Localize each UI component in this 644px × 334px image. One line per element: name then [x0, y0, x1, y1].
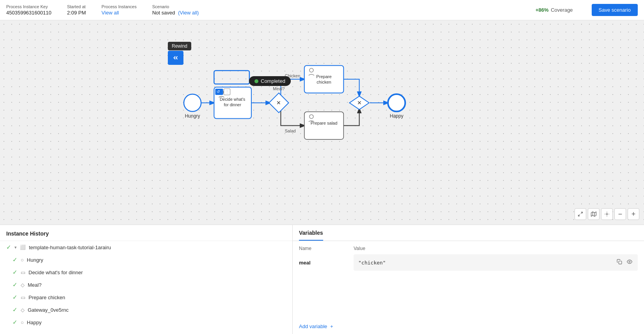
process-icon: ⬜: [20, 245, 26, 250]
scenario-value: Not saved: [152, 10, 175, 16]
process-instances-section: Process Instances View all: [101, 4, 137, 16]
svg-line-30: [581, 212, 582, 214]
zoom-out-button[interactable]: −: [614, 208, 626, 220]
center-button[interactable]: [601, 208, 613, 220]
svg-marker-32: [591, 212, 596, 216]
list-item[interactable]: ✓ ◇ Meal?: [0, 279, 292, 291]
diagram-area: Rewind Completed Chicken Salad: [0, 20, 644, 225]
instance-history-panel: Instance History ✓ ▾ ⬜ template-human-ta…: [0, 225, 293, 334]
list-item[interactable]: ✓ ▭ Prepare chicken: [0, 291, 292, 304]
variable-row: meal "chicken": [299, 254, 638, 271]
svg-point-35: [606, 213, 608, 215]
svg-rect-5: [214, 71, 249, 84]
svg-text:✕: ✕: [276, 100, 281, 106]
svg-text:Salad: Salad: [285, 129, 295, 133]
coverage-badge: +86% Coverage: [535, 7, 573, 13]
variables-content: Name Value meal "chicken": [293, 241, 644, 319]
svg-text:Meal?: Meal?: [273, 86, 285, 91]
variable-name: meal: [299, 258, 354, 267]
process-key-section: Process Instance Key 4503599631600110: [6, 4, 52, 16]
svg-text:✕: ✕: [357, 100, 362, 106]
svg-text:Decide what's: Decide what's: [220, 97, 245, 102]
expand-icon: ▾: [14, 245, 17, 250]
check-icon: ✓: [12, 281, 18, 288]
item-label: Gateway_0ve5rnc: [28, 307, 69, 313]
svg-text:Prepare: Prepare: [316, 74, 331, 79]
svg-text:chicken: chicken: [317, 80, 331, 84]
completed-dot: [254, 79, 258, 83]
variables-tabs: Variables: [293, 225, 644, 241]
bottom-panel: Instance History ✓ ▾ ⬜ template-human-ta…: [0, 225, 644, 334]
check-icon: ✓: [12, 294, 18, 301]
check-icon: ✓: [12, 306, 18, 313]
save-scenario-button[interactable]: Save scenario: [592, 4, 638, 16]
variable-value-actions: [616, 258, 633, 267]
zoom-in-button[interactable]: +: [628, 208, 639, 220]
variable-value-text: "chicken": [358, 260, 386, 266]
map-button[interactable]: [588, 208, 600, 220]
scenario-section: Scenario Not saved (View all): [152, 4, 199, 16]
svg-rect-19: [304, 66, 344, 93]
started-value: 2:09 PM: [67, 10, 86, 16]
rect-icon: ▭: [21, 270, 25, 275]
circle-icon: ○: [21, 257, 24, 263]
svg-point-28: [388, 94, 405, 111]
col-name-header: Name: [299, 246, 354, 251]
view-button[interactable]: [626, 258, 633, 267]
list-item[interactable]: ✓ ○ Happy: [0, 316, 292, 329]
completed-label: Completed: [261, 78, 285, 84]
list-item[interactable]: ✓ ○ Hungry: [0, 254, 292, 266]
tab-variables[interactable]: Variables: [299, 225, 323, 241]
item-label: template-human-task-tutorial-1arairu: [29, 245, 111, 250]
svg-point-6: [184, 94, 201, 111]
item-label: Prepare chicken: [28, 295, 65, 300]
list-item[interactable]: ✓ ◇ Gateway_0ve5rnc: [0, 304, 292, 316]
item-label: Decide what's for dinner: [28, 270, 83, 275]
circle-icon: ○: [21, 320, 24, 325]
svg-text:for dinner: for dinner: [224, 102, 241, 107]
variable-value-container: "chicken": [354, 254, 638, 271]
rect-icon: ▭: [21, 295, 25, 300]
svg-rect-23: [304, 112, 344, 139]
item-label: Hungry: [27, 257, 43, 263]
rewind-button[interactable]: [168, 51, 183, 65]
check-icon: ✓: [12, 319, 18, 326]
started-section: Started at 2:09 PM: [67, 4, 86, 16]
check-icon: ✓: [12, 269, 18, 276]
diamond-icon: ◇: [21, 307, 25, 313]
instance-history-title: Instance History: [0, 225, 292, 241]
item-label: Meal?: [28, 282, 41, 288]
svg-text:⋮: ⋮: [225, 89, 229, 94]
process-instances-label: Process Instances: [101, 4, 137, 9]
variable-value-box: "chicken": [354, 254, 638, 271]
bpmn-diagram: Chicken Salad Hungry: [0, 20, 644, 225]
check-icon: ✓: [12, 256, 18, 263]
svg-text:Hungry: Hungry: [185, 113, 200, 119]
add-variable-button[interactable]: Add variable +: [293, 319, 644, 334]
started-label: Started at: [67, 4, 86, 9]
list-item[interactable]: ✓ ▾ ⬜ template-human-task-tutorial-1arai…: [0, 241, 292, 254]
completed-badge: Completed: [249, 76, 291, 86]
copy-button[interactable]: [616, 258, 623, 267]
process-key-value: 4503599631600110: [6, 10, 52, 16]
svg-rect-40: [619, 261, 622, 264]
item-label: Happy: [27, 320, 42, 325]
svg-text:↺: ↺: [217, 89, 220, 94]
variables-header: Name Value: [299, 246, 638, 254]
top-bar: Process Instance Key 4503599631600110 St…: [0, 0, 644, 20]
svg-text:Prepare salad: Prepare salad: [311, 121, 338, 125]
add-variable-icon: +: [330, 323, 333, 329]
fullscreen-button[interactable]: [575, 208, 586, 220]
svg-line-31: [578, 214, 580, 216]
scenario-label: Scenario: [152, 4, 199, 9]
diamond-icon: ◇: [21, 282, 25, 288]
add-variable-label: Add variable: [299, 323, 327, 329]
zoom-controls: − +: [575, 208, 639, 220]
scenario-view-all-link[interactable]: (View all): [178, 10, 199, 16]
svg-point-41: [629, 261, 630, 263]
col-value-header: Value: [354, 246, 638, 251]
list-item[interactable]: ✓ ▭ Decide what's for dinner: [0, 266, 292, 279]
view-all-link[interactable]: View all: [101, 10, 137, 16]
check-icon: ✓: [6, 244, 11, 251]
process-key-label: Process Instance Key: [6, 4, 52, 9]
